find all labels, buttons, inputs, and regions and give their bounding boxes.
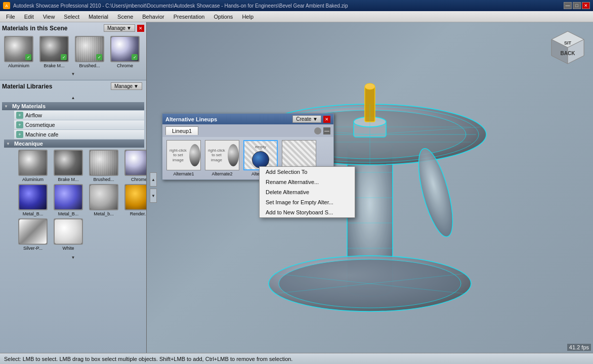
lineup-tabs: Lineup1 — xyxy=(162,124,333,137)
status-text: Select: LMB to select. LMB drag to box s… xyxy=(4,356,292,362)
material-libs-manage-button[interactable]: Manage ▼ xyxy=(111,82,142,90)
menu-edit[interactable]: Edit xyxy=(20,13,38,21)
alternate-label-1: Alternate1 xyxy=(173,171,194,176)
mec-thumb-silver[interactable]: Silver-P... xyxy=(16,218,50,251)
menu-bar: File Edit View Select Material Scene Beh… xyxy=(0,11,593,22)
mec-thumb-metal-blue2[interactable]: Metal_B... xyxy=(52,184,85,216)
menu-material[interactable]: Material xyxy=(84,13,112,21)
alternate-thumb-3[interactable]: empty xyxy=(243,140,278,170)
mec-thumb-metal-blue[interactable]: Metal_B... xyxy=(16,184,50,216)
lineup-collapse-button[interactable]: — xyxy=(323,127,330,134)
alternate-thumb-2[interactable]: right-click to set image xyxy=(205,140,239,170)
ctx-add-selection[interactable]: Add Selection To xyxy=(260,167,355,177)
material-thumb-brushed[interactable]: ✓ Brushed... xyxy=(73,36,106,68)
title-bar: A Autodesk Showcase Professional 2010 - … xyxy=(0,0,593,11)
menu-behavior[interactable]: Behavior xyxy=(138,13,168,21)
alt-lineups-close-button[interactable]: ✕ xyxy=(323,116,330,123)
lineup1-tab[interactable]: Lineup1 xyxy=(165,126,198,135)
alternate-thumb-4[interactable] xyxy=(282,140,316,170)
mec-thumb-brushed[interactable]: Brushed... xyxy=(87,150,120,182)
alt-lineups-header: Alternative Lineups Create ▼ ✕ xyxy=(162,114,333,124)
tree-children-my-materials: + Airflow + Cosmetique + Machine cafe ▼ xyxy=(14,111,144,253)
tree-item-airflow[interactable]: + Airflow xyxy=(14,111,144,120)
ctx-rename[interactable]: Rename Alternative... xyxy=(260,177,355,187)
create-button[interactable]: Create ▼ xyxy=(292,115,321,123)
materials-scene-expand[interactable] xyxy=(2,70,144,78)
material-thumb-aluminium[interactable]: ✓ Aluminium xyxy=(2,36,35,68)
materials-scene-close-button[interactable]: ✕ xyxy=(137,25,144,32)
menu-help[interactable]: Help xyxy=(238,13,258,21)
ctx-delete[interactable]: Delete Alternative xyxy=(260,187,355,197)
material-thumb-brake[interactable]: ✓ Brake M... xyxy=(37,36,71,68)
materials-scene-grid: ✓ Aluminium ✓ Brake M... ✓ Br xyxy=(2,34,144,70)
material-libraries-title: Material Libraries xyxy=(2,83,111,90)
mec-thumb-aluminium[interactable]: Aluminium xyxy=(16,150,50,182)
maximize-button[interactable]: □ xyxy=(573,2,581,9)
tree-section-my-materials: ▼ My Materials + Airflow + Cosmetique + … xyxy=(2,102,144,253)
material-label-chrome: Chrome xyxy=(117,63,133,68)
menu-file[interactable]: File xyxy=(2,13,19,21)
alternate-item-2: right-click to set image Alternate2 xyxy=(204,140,240,176)
ctx-storyboard[interactable]: Add to New Storyboard S... xyxy=(260,207,355,217)
tree-item-cosmetique[interactable]: + Cosmetique xyxy=(14,120,144,129)
material-label-brake: Brake M... xyxy=(44,63,64,68)
material-thumb-chrome[interactable]: ✓ Chrome xyxy=(108,36,142,68)
material-label-aluminium: Aluminium xyxy=(8,63,29,68)
material-libraries-panel: Material Libraries Manage ▼ ▼ My Materia… xyxy=(0,80,146,353)
material-libs-expand[interactable] xyxy=(2,254,144,261)
mec-thumb-metal-b[interactable]: Metal_b... xyxy=(87,184,120,216)
window-controls: — □ ✕ xyxy=(564,2,590,9)
tree-item-machine-cafe[interactable]: + Machine cafe xyxy=(14,130,144,139)
ctx-set-image[interactable]: Set Image for Empty Alter... xyxy=(260,197,355,207)
material-libraries-header: Material Libraries Manage ▼ xyxy=(2,82,144,90)
main-area: Materials in this Scene Manage ▼ ✕ ✓ Alu… xyxy=(0,22,593,353)
lineup-pin-button[interactable] xyxy=(314,127,321,134)
window-title: Autodesk Showcase Professional 2010 - C:… xyxy=(13,3,348,9)
context-menu: Add Selection To Rename Alternative... D… xyxy=(259,166,355,218)
library-collapse-arrow[interactable] xyxy=(2,93,144,102)
fps-counter: 41.2 fps xyxy=(567,344,591,351)
app-icon: A xyxy=(3,2,10,9)
materials-manage-button[interactable]: Manage ▼ xyxy=(104,24,135,32)
alternate-thumb-1[interactable]: right-click to set image xyxy=(166,140,201,170)
viewport[interactable]: ▲ ▼ SIT BACK xyxy=(147,22,593,353)
tree-header-mecanique[interactable]: ▼ Mecanique xyxy=(4,140,144,148)
close-button[interactable]: ✕ xyxy=(582,2,590,9)
menu-scene[interactable]: Scene xyxy=(113,13,137,21)
material-label-brushed: Brushed... xyxy=(79,63,100,68)
menu-presentation[interactable]: Presentation xyxy=(170,13,209,21)
left-panel: Materials in this Scene Manage ▼ ✕ ✓ Alu… xyxy=(0,22,147,353)
menu-view[interactable]: View xyxy=(39,13,59,21)
mecanique-grid: Aluminium Brake M... Brush xyxy=(16,148,144,253)
svg-point-12 xyxy=(412,146,460,240)
menu-options[interactable]: Options xyxy=(209,13,237,21)
alternate-item-1: right-click to set image Alternate1 xyxy=(165,140,202,176)
materials-scene-panel: Materials in this Scene Manage ▼ ✕ ✓ Alu… xyxy=(0,22,146,80)
alt-lineups-title: Alternative Lineups xyxy=(165,116,292,122)
gear-visual xyxy=(147,22,593,353)
mec-thumb-chrome[interactable]: Chrome xyxy=(122,150,146,182)
materials-scene-title: Materials in this Scene xyxy=(2,25,104,32)
svg-point-18 xyxy=(365,83,375,89)
alternate-label-2: Alternate2 xyxy=(211,171,232,176)
mec-thumb-render[interactable]: Render... xyxy=(122,184,146,216)
mec-thumb-brake[interactable]: Brake M... xyxy=(52,150,85,182)
minimize-button[interactable]: — xyxy=(564,2,572,9)
status-bar: Select: LMB to select. LMB drag to box s… xyxy=(0,353,593,364)
menu-select[interactable]: Select xyxy=(60,13,83,21)
materials-scene-header: Materials in this Scene Manage ▼ ✕ xyxy=(2,24,144,32)
mec-thumb-white[interactable]: White xyxy=(52,218,85,251)
tree-header-my-materials[interactable]: ▼ My Materials xyxy=(2,102,144,110)
